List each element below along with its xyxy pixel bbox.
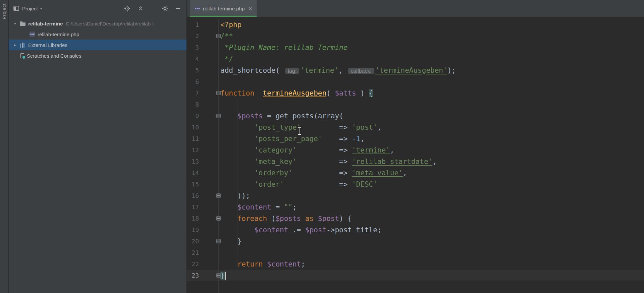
code-text[interactable]: foreach ($posts as $post) { [219, 213, 644, 224]
code-line-9[interactable]: 9 $posts = get_posts(array( [187, 110, 644, 122]
code-text[interactable] [219, 99, 644, 110]
code-token: array [318, 112, 339, 120]
code-line-19[interactable]: 19 $content .= $post->post_title; [187, 224, 644, 236]
locate-file-icon[interactable] [123, 5, 131, 12]
line-number: 2 [187, 31, 199, 42]
chevron-down-icon[interactable]: ▾ [10, 21, 20, 26]
code-text[interactable]: add_shortcode( tag:'termine', callback:'… [219, 65, 644, 76]
code-text[interactable]: 'order' => 'DESC' [219, 179, 644, 190]
code-text[interactable] [219, 281, 644, 293]
code-text[interactable]: <?php [219, 19, 644, 31]
fold-marker-icon[interactable] [216, 273, 221, 278]
tree-item-root[interactable]: ▾relilab-termineC:\Users\Daniel\Desktop\… [9, 18, 186, 29]
code-token [301, 215, 305, 223]
code-text[interactable]: *Plugin Name: relilab Termine [219, 42, 644, 53]
code-token: -> [326, 226, 335, 234]
code-token: .= [288, 226, 305, 234]
code-token: ( [267, 215, 275, 223]
code-line-15[interactable]: 15 'order' => 'DESC' [187, 179, 644, 190]
code-text[interactable] [219, 247, 644, 258]
gutter: 4 [187, 53, 219, 65]
gutter: 19 [187, 224, 219, 236]
fold-marker-icon[interactable] [216, 239, 221, 243]
code-text[interactable] [219, 76, 644, 87]
code-line-1[interactable]: 1<?php [187, 19, 644, 31]
code-line-11[interactable]: 11 'posts_per_page' => -1, [187, 133, 644, 144]
fold-marker-icon[interactable] [216, 216, 221, 221]
code-line-17[interactable]: 17 $content = ""; [187, 201, 644, 213]
code-token: */ [220, 55, 233, 63]
fold-marker-icon[interactable] [216, 193, 221, 198]
code-text[interactable]: 'post_type' => 'post', [219, 122, 644, 133]
code-line-14[interactable]: 14 'orderby' => 'meta_value', [187, 167, 644, 179]
tree-item-external-libraries[interactable]: ▸External Libraries [9, 40, 186, 50]
code-text[interactable]: } [219, 236, 644, 247]
php-icon: PHP [30, 32, 35, 37]
tab-close-icon[interactable]: × [249, 6, 252, 11]
stripe-project-label[interactable]: Project [2, 3, 7, 19]
line-number: 22 [187, 258, 199, 270]
code-line-5[interactable]: 5add_shortcode( tag:'termine', callback:… [187, 65, 644, 76]
code-text[interactable]: /** [219, 31, 644, 42]
gutter: 20 [187, 236, 219, 247]
settings-gear-icon[interactable] [161, 5, 168, 12]
project-tree: ▾relilab-termineC:\Users\Daniel\Desktop\… [9, 17, 186, 61]
collapse-all-icon[interactable] [137, 5, 144, 12]
hide-panel-icon[interactable] [174, 5, 182, 12]
code-text[interactable]: 'meta_key' => 'relilab_startdate', [219, 156, 644, 167]
code-editor[interactable]: 1<?php2/**3 *Plugin Name: relilab Termin… [187, 17, 644, 293]
chevron-right-icon[interactable]: ▸ [10, 43, 20, 47]
code-line-12[interactable]: 12 'category' => 'termine', [187, 144, 644, 156]
code-line-13[interactable]: 13 'meta_key' => 'relilab_startdate', [187, 156, 644, 167]
code-text[interactable]: } [219, 270, 644, 281]
fold-marker-icon[interactable] [216, 91, 221, 95]
code-token: /** [220, 32, 233, 40]
code-line-18[interactable]: 18 foreach ($posts as $post) { [187, 213, 644, 224]
folder-icon [20, 22, 25, 26]
code-token: return [237, 260, 263, 268]
code-line-2[interactable]: 2/** [187, 31, 644, 42]
code-token: ; [301, 260, 305, 268]
code-line-21[interactable]: 21 [187, 247, 644, 258]
code-token: $post [305, 226, 326, 234]
fold-marker-icon[interactable] [216, 34, 221, 38]
gutter: 9 [187, 110, 219, 122]
code-line-23[interactable]: 23} [187, 270, 644, 281]
code-text[interactable]: */ [219, 53, 644, 65]
code-line-3[interactable]: 3 *Plugin Name: relilab Termine [187, 42, 644, 53]
code-token: ; [292, 203, 297, 211]
code-text[interactable]: $posts = get_posts(array( [219, 110, 644, 122]
code-token: ) [356, 89, 369, 97]
code-line-4[interactable]: 4 */ [187, 53, 644, 65]
fold-marker-icon[interactable] [216, 114, 221, 118]
editor-column: PHP relilab-termine.php × 1<?php2/**3 *P… [187, 0, 644, 293]
code-text[interactable]: 'posts_per_page' => -1, [219, 133, 644, 144]
code-token: $atts [335, 89, 356, 97]
code-token [220, 203, 237, 211]
code-text[interactable]: function termineAusgeben( $atts ) { [219, 87, 644, 99]
code-token: 'category' [254, 146, 297, 154]
panel-title[interactable]: Project [22, 6, 38, 11]
gutter [187, 281, 219, 293]
code-token: ( [326, 89, 335, 97]
code-text[interactable]: 'orderby' => 'meta_value', [219, 167, 644, 179]
code-line-7[interactable]: 7function termineAusgeben( $atts ) { [187, 87, 644, 99]
code-line-8[interactable]: 8 [187, 99, 644, 110]
code-line-10[interactable]: 10 'post_type' => 'post', [187, 122, 644, 133]
code-line-22[interactable]: 22 return $content; [187, 258, 644, 270]
tree-item-php-file[interactable]: PHPrelilab-termine.php [9, 29, 186, 40]
code-text[interactable]: 'category' => 'termine', [219, 144, 644, 156]
code-token: => [297, 146, 352, 154]
code-text[interactable]: $content = ""; [219, 201, 644, 213]
chevron-down-icon[interactable]: ▾ [40, 6, 42, 11]
code-line-16[interactable]: 16 )); [187, 190, 644, 201]
code-line-20[interactable]: 20 } [187, 236, 644, 247]
tab-relilab-termine-php[interactable]: PHP relilab-termine.php × [190, 0, 257, 17]
code-text[interactable]: $content .= $post->post_title; [219, 224, 644, 236]
tree-item-scratches[interactable]: Scratches and Consoles [9, 50, 186, 61]
line-number: 6 [187, 76, 199, 87]
gutter: 7 [187, 87, 219, 99]
code-line-6[interactable]: 6 [187, 76, 644, 87]
code-text[interactable]: return $content; [219, 258, 644, 270]
code-text[interactable]: )); [219, 190, 644, 201]
